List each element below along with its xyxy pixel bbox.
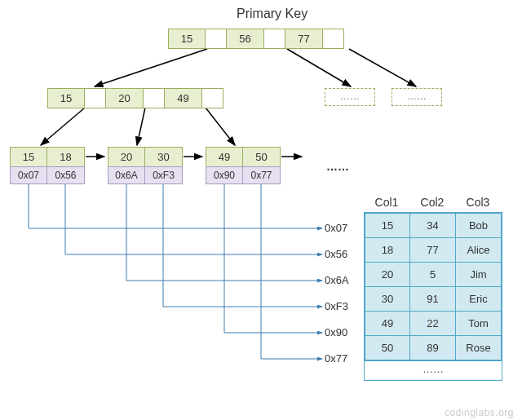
pointer-label: 0x07	[325, 222, 347, 234]
column-header: Col2	[409, 196, 455, 212]
watermark: codinglabs.org	[445, 407, 514, 418]
column-header: Col3	[455, 196, 501, 212]
ghost-node: ……	[325, 88, 375, 106]
leaf-key: 30	[145, 147, 183, 167]
table-cell: 89	[410, 336, 456, 360]
leaf-key: 49	[206, 147, 243, 167]
table-row: 15 34 Bob	[365, 213, 502, 238]
column-header: Col1	[364, 196, 409, 212]
leaf-addr: 0xF3	[145, 166, 183, 184]
table-cell: 91	[410, 287, 456, 312]
leaf-addr: 0x07	[10, 166, 47, 184]
table-cell: Tom	[456, 312, 502, 336]
internal-ptr	[85, 88, 106, 108]
root-key: 77	[285, 29, 323, 49]
leaf-node: 49 50 0x90 0x77	[206, 147, 281, 184]
leaf-addr: 0x90	[206, 166, 243, 184]
table-row: 20 5 Jim	[365, 263, 502, 287]
internal-key: 20	[106, 88, 144, 108]
table-body: 15 34 Bob 18 77 Alice 20 5 Jim 30 91 Eri…	[364, 212, 502, 361]
table-row: 18 77 Alice	[365, 238, 502, 263]
leaf-ellipsis: ……	[326, 160, 349, 173]
svg-line-2	[349, 49, 416, 86]
root-key: 56	[227, 29, 264, 49]
diagram-title: Primary Key	[237, 7, 307, 21]
pointer-label: 0x77	[325, 352, 347, 365]
svg-line-3	[41, 108, 85, 145]
table-row: 30 91 Eric	[365, 287, 502, 312]
internal-ptr	[202, 88, 223, 108]
root-node: 15 56 77	[168, 29, 344, 49]
table-cell: 34	[410, 213, 456, 238]
table-row: 49 22 Tom	[365, 312, 502, 336]
svg-line-5	[206, 108, 235, 145]
table-cell: Rose	[456, 336, 502, 360]
pointer-label: 0x56	[325, 248, 347, 260]
table-cell: 20	[365, 263, 410, 287]
svg-line-4	[137, 108, 145, 145]
data-table: Col1 Col2 Col3 15 34 Bob 18 77 Alice 20 …	[364, 196, 502, 381]
table-cell: Bob	[456, 213, 502, 238]
internal-ptr	[144, 88, 165, 108]
leaf-key: 50	[243, 147, 281, 167]
leaf-key: 18	[47, 147, 85, 167]
leaf-key: 15	[10, 147, 47, 167]
leaf-node: 20 30 0x6A 0xF3	[108, 147, 183, 184]
leaf-addr: 0x56	[47, 166, 85, 184]
table-cell: 30	[365, 287, 410, 312]
root-ptr	[323, 29, 344, 49]
internal-key: 15	[47, 88, 85, 108]
root-ptr	[264, 29, 285, 49]
leaf-addr: 0x6A	[108, 166, 145, 184]
table-cell: 15	[365, 213, 410, 238]
leaf-node: 15 18 0x07 0x56	[10, 147, 85, 184]
table-cell: 18	[365, 238, 410, 263]
table-cell: Eric	[456, 287, 502, 312]
table-cell: 22	[410, 312, 456, 336]
ghost-node: ……	[392, 88, 442, 106]
table-row: 50 89 Rose	[365, 336, 502, 360]
pointer-label: 0x90	[325, 326, 347, 338]
internal-key: 49	[165, 88, 202, 108]
pointer-label: 0x6A	[325, 274, 349, 286]
table-header: Col1 Col2 Col3	[364, 196, 502, 212]
table-cell: 49	[365, 312, 410, 336]
table-cell: Alice	[456, 238, 502, 263]
table-cell: 5	[410, 263, 456, 287]
table-ellipsis: ……	[364, 361, 502, 381]
root-ptr	[206, 29, 227, 49]
leaf-key: 20	[108, 147, 145, 167]
pointer-label: 0xF3	[325, 300, 348, 312]
internal-node: 15 20 49	[47, 88, 223, 108]
root-key: 15	[168, 29, 206, 49]
table-cell: 50	[365, 336, 410, 360]
table-cell: 77	[410, 238, 456, 263]
leaf-addr: 0x77	[243, 166, 281, 184]
svg-line-0	[95, 49, 207, 86]
table-cell: Jim	[456, 263, 502, 287]
svg-line-1	[287, 49, 351, 86]
